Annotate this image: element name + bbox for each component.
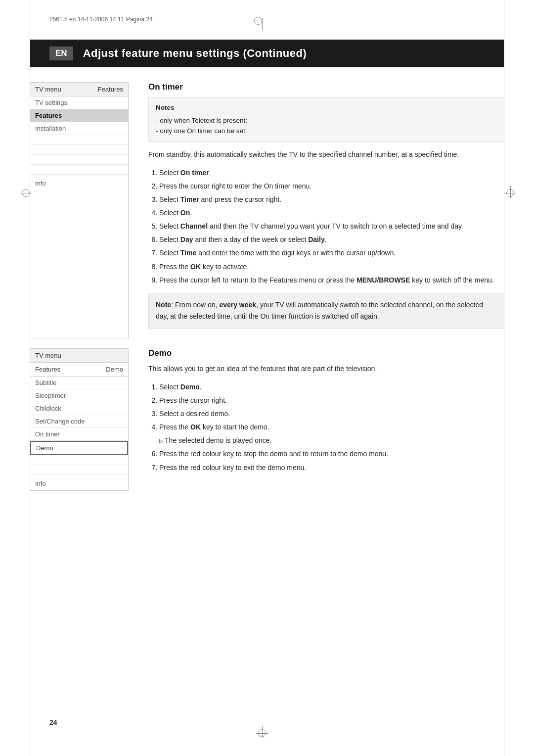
menu-item-subtitle[interactable]: Subtitle xyxy=(30,377,128,389)
step-6: Select Day and then a day of the week or… xyxy=(159,234,504,245)
step-7: Select Time and enter the time with the … xyxy=(159,247,504,259)
demo-step-4: Press the OK key to start the demo. xyxy=(159,422,504,433)
top-menu-features-label: Features xyxy=(98,86,123,93)
top-menu-info: Info xyxy=(30,177,128,190)
top-crosshair xyxy=(257,20,265,28)
demo-step-6: Press the red colour key to exit the dem… xyxy=(159,462,504,473)
menu-spacer-2 xyxy=(30,145,128,155)
on-timer-steps: Select On timer. Press the cursor right … xyxy=(148,167,504,286)
menu-item-installation[interactable]: Installation xyxy=(30,122,128,135)
bottom-crosshair xyxy=(257,728,265,736)
note-shaded-box: Note: From now on, every week, your TV w… xyxy=(148,293,504,329)
right-crosshair xyxy=(505,188,513,196)
on-timer-heading: On timer xyxy=(148,82,504,92)
page-number: 24 xyxy=(49,718,57,726)
top-menu-tv-label: TV menu xyxy=(35,86,61,93)
demo-content: Demo This allows you to get an idea of t… xyxy=(148,348,504,491)
top-menu-header: TV menu Features xyxy=(30,83,128,96)
menu-spacer-1 xyxy=(30,135,128,145)
bottom-spacer-1 xyxy=(30,455,128,465)
step-1: Select On timer. xyxy=(159,167,504,179)
step-4: Select On. xyxy=(159,207,504,219)
top-tv-menu-panel: TV menu Features TV settings Features In… xyxy=(30,82,129,338)
demo-step-3: Select a desired demo. xyxy=(159,408,504,420)
bottom-spacer-2 xyxy=(30,465,128,475)
bottom-menu-header: TV menu xyxy=(30,349,128,363)
on-timer-section: TV menu Features TV settings Features In… xyxy=(0,67,534,338)
step-3: Select Timer and press the cursor right. xyxy=(159,194,504,205)
bottom-features-label: Features xyxy=(35,366,60,373)
demo-step-2: Press the cursor right. xyxy=(159,395,504,406)
demo-section: TV menu Features Demo Subtitle Sleeptime… xyxy=(0,338,534,491)
step-2: Press the cursor right to enter the On t… xyxy=(159,181,504,192)
menu-item-sleeptimer[interactable]: Sleeptimer xyxy=(30,389,128,402)
header-bar: EN Adjust feature menu settings (Continu… xyxy=(30,40,504,67)
bottom-menu-tv-label: TV menu xyxy=(35,352,61,359)
left-border xyxy=(30,0,30,756)
menu-item-childlock[interactable]: Childlock xyxy=(30,402,128,415)
notes-box: Notes - only when Teletext is present; -… xyxy=(148,97,504,142)
demo-step-5: Press the red colour key to stop the dem… xyxy=(159,448,504,460)
bottom-menu-features-demo: Features Demo xyxy=(30,363,128,377)
lang-badge: EN xyxy=(49,47,73,60)
demo-steps: Select Demo. Press the cursor right. Sel… xyxy=(148,381,504,473)
page-meta: 2561.5 en 14-11-2006 14:11 Pagina 24 xyxy=(49,16,153,23)
note-line-1: - only when Teletext is present; xyxy=(156,117,247,124)
left-crosshair xyxy=(21,188,29,196)
demo-step-tri: The selected demo is played once. xyxy=(151,435,504,446)
note-line-2: - only one On timer can be set. xyxy=(156,127,247,135)
notes-label: Notes xyxy=(156,102,497,113)
on-timer-body: From standby, this automatically switche… xyxy=(148,149,504,160)
bottom-demo-label: Demo xyxy=(106,366,123,373)
demo-heading: Demo xyxy=(148,348,504,358)
step-9: Press the cursor left to return to the F… xyxy=(159,275,504,286)
right-border xyxy=(504,0,504,756)
step-5: Select Channel and then the TV channel y… xyxy=(159,221,504,232)
menu-item-on-timer[interactable]: On timer xyxy=(30,428,128,441)
step-8: Press the OK key to activate. xyxy=(159,261,504,273)
menu-spacer-3 xyxy=(30,155,128,165)
menu-spacer-4 xyxy=(30,165,128,175)
menu-item-demo[interactable]: Demo xyxy=(30,441,128,455)
menu-item-features[interactable]: Features xyxy=(30,109,128,122)
on-timer-content: On timer Notes - only when Teletext is p… xyxy=(148,82,504,338)
page-title: Adjust feature menu settings (Continued) xyxy=(83,47,307,60)
bottom-menu-info: Info xyxy=(30,477,128,490)
bottom-tv-menu-panel: TV menu Features Demo Subtitle Sleeptime… xyxy=(30,348,129,491)
demo-body: This allows you to get an idea of the fe… xyxy=(148,363,504,375)
menu-item-set-change-code[interactable]: Set/Change code xyxy=(30,415,128,428)
demo-step-1: Select Demo. xyxy=(159,381,504,393)
menu-item-tv-settings[interactable]: TV settings xyxy=(30,96,128,109)
